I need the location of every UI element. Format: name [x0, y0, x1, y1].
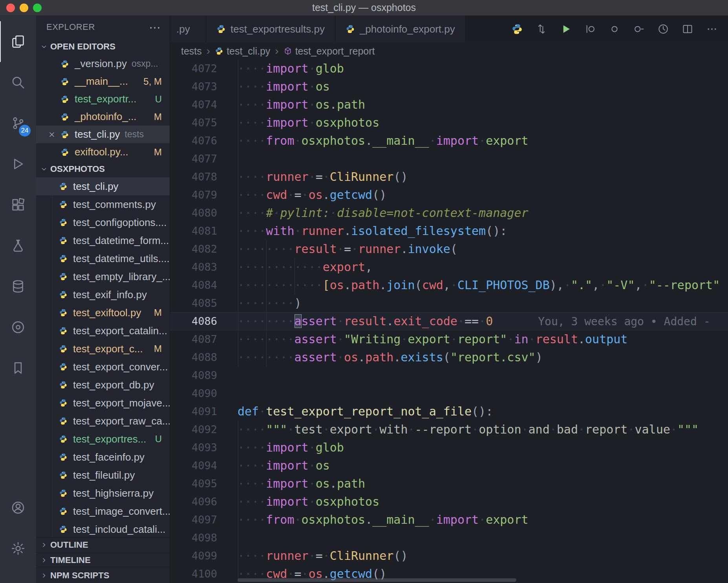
code-line-4085[interactable]: 4085········) — [170, 294, 728, 312]
line-number[interactable]: 4096 — [170, 493, 217, 511]
line-number[interactable]: 4100 — [170, 565, 217, 583]
tree-item-test_configoptions-[interactable]: test_configoptions.... — [36, 213, 170, 231]
line-number[interactable]: 4099 — [170, 547, 217, 565]
tab-partial[interactable]: .py — [170, 16, 206, 42]
tree-item-test_export_db-py[interactable]: test_export_db.py — [36, 376, 170, 394]
open-editor-item[interactable]: __main__...5, M — [36, 73, 170, 90]
code-line-4096[interactable]: 4096····import·osxphotos — [170, 493, 728, 511]
more-actions-icon[interactable]: ⋯ — [149, 20, 161, 34]
zoom-window-button[interactable] — [33, 4, 42, 12]
python-interpreter-button[interactable] — [505, 16, 529, 42]
open-editor-item[interactable]: _photoinfo_...M — [36, 108, 170, 126]
tree-item-test_image_convert-[interactable]: test_image_convert... — [36, 502, 170, 520]
open-editor-item[interactable]: test_exportr...U — [36, 90, 170, 108]
line-number[interactable]: 4078 — [170, 168, 217, 186]
tree-item-test_exiftool-py[interactable]: test_exiftool.pyM — [36, 304, 170, 322]
split-editor-button[interactable] — [675, 16, 700, 42]
open-changes-button[interactable] — [529, 16, 554, 42]
tree-item-test_empty_library_-[interactable]: test_empty_library_... — [36, 268, 170, 286]
code-line-4090[interactable]: 4090 — [170, 384, 728, 403]
timeline-button[interactable] — [651, 16, 675, 42]
code-line-4078[interactable]: 4078····runner·=·CliRunner() — [170, 168, 728, 186]
code-line-4073[interactable]: 4073····import·os — [170, 78, 728, 96]
line-number[interactable]: 4088 — [170, 348, 217, 366]
line-number[interactable]: 4072 — [170, 60, 217, 78]
activity-testing[interactable] — [0, 225, 36, 266]
debug-breakpoint-button[interactable] — [602, 16, 627, 42]
line-number[interactable]: 4097 — [170, 511, 217, 529]
code-line-4088[interactable]: 4088········assert·os.path.exists("repor… — [170, 348, 728, 366]
line-number[interactable]: 4087 — [170, 330, 217, 348]
section-osxphotos[interactable]: OSXPHOTOS — [36, 161, 170, 177]
open-editor-item[interactable]: test_cli.pytests — [36, 126, 170, 143]
code-line-4099[interactable]: 4099····runner·=·CliRunner() — [170, 547, 728, 565]
tab-_photoinfo_export-py[interactable]: _photoinfo_export.py — [335, 16, 466, 42]
code-line-4081[interactable]: 4081····with·runner.isolated_filesystem(… — [170, 222, 728, 240]
section-outline[interactable]: OUTLINE — [36, 537, 170, 552]
tree-item-test_export_conver-[interactable]: test_export_conver... — [36, 358, 170, 376]
activity-account[interactable] — [0, 487, 36, 528]
activity-search[interactable] — [0, 62, 36, 103]
code-line-4077[interactable]: 4077 — [170, 150, 728, 168]
activity-settings[interactable] — [0, 528, 36, 569]
tree-item-test_cli-py[interactable]: test_cli.py — [36, 177, 170, 195]
section-npm-scripts[interactable]: NPM SCRIPTS — [36, 568, 170, 583]
line-number[interactable]: 4094 — [170, 457, 217, 475]
open-editor-item[interactable]: _version.pyosxp... — [36, 55, 170, 73]
debug-step-back-button[interactable] — [578, 16, 602, 42]
open-editor-item[interactable]: exiftool.py...M — [36, 143, 170, 161]
line-number[interactable]: 4098 — [170, 529, 217, 547]
line-number[interactable]: 4095 — [170, 475, 217, 493]
code-editor[interactable]: 4072····import·glob4073····import·os4074… — [170, 60, 728, 583]
code-line-4082[interactable]: 4082········result·=·runner.invoke( — [170, 240, 728, 258]
tree-item-test_export_c-[interactable]: test_export_c...M — [36, 340, 170, 358]
tree-item-test_datetime_form-[interactable]: test_datetime_form... — [36, 231, 170, 250]
tree-item-test_exportres-[interactable]: test_exportres...U — [36, 430, 170, 448]
section-timeline[interactable]: TIMELINE — [36, 552, 170, 568]
code-line-4098[interactable]: 4098 — [170, 529, 728, 547]
line-number[interactable]: 4092 — [170, 421, 217, 439]
activity-bookmarks[interactable] — [0, 348, 36, 388]
activity-record[interactable] — [0, 307, 36, 348]
activity-run-debug[interactable] — [0, 144, 36, 184]
line-number[interactable]: 4084 — [170, 276, 217, 294]
tree-item-test_comments-py[interactable]: test_comments.py — [36, 195, 170, 213]
activity-source-control[interactable]: 24 — [0, 103, 36, 144]
line-number[interactable]: 4089 — [170, 366, 217, 384]
code-line-4095[interactable]: 4095····import·os.path — [170, 475, 728, 493]
code-line-4074[interactable]: 4074····import·os.path — [170, 96, 728, 114]
line-number[interactable]: 4074 — [170, 96, 217, 114]
more-actions-button[interactable] — [700, 16, 724, 42]
tree-item-test_export_catalin-[interactable]: test_export_catalin... — [36, 322, 170, 340]
tree-item-test_export_mojave-[interactable]: test_export_mojave... — [36, 394, 170, 412]
line-number[interactable]: 4081 — [170, 222, 217, 240]
tree-item-test_export_raw_ca-[interactable]: test_export_raw_ca... — [36, 412, 170, 430]
line-number[interactable]: 4073 — [170, 78, 217, 96]
code-line-4092[interactable]: 4092····"""·test·export·with·--report·op… — [170, 421, 728, 439]
close-window-button[interactable] — [6, 4, 15, 12]
tab-test_exportresults-py[interactable]: test_exportresults.py — [206, 16, 335, 42]
line-number[interactable]: 4077 — [170, 150, 217, 168]
code-line-4097[interactable]: 4097····from·osxphotos.__main__·import·e… — [170, 511, 728, 529]
tree-item-test_fileutil-py[interactable]: test_fileutil.py — [36, 466, 170, 484]
line-number[interactable]: 4085 — [170, 294, 217, 312]
activity-database[interactable] — [0, 266, 36, 307]
code-line-4089[interactable]: 4089 — [170, 366, 728, 384]
close-icon[interactable] — [48, 130, 56, 139]
code-line-4072[interactable]: 4072····import·glob — [170, 60, 728, 78]
code-line-4083[interactable]: 4083············export, — [170, 258, 728, 276]
tree-item-test_faceinfo-py[interactable]: test_faceinfo.py — [36, 448, 170, 466]
section-open-editors[interactable]: OPEN EDITORS — [36, 38, 170, 55]
line-number[interactable]: 4076 — [170, 132, 217, 150]
tree-item-test_highsierra-py[interactable]: test_highsierra.py — [36, 484, 170, 502]
line-number[interactable]: 4086 — [170, 312, 217, 330]
code-line-4094[interactable]: 4094····import·os — [170, 457, 728, 475]
horizontal-scrollbar[interactable] — [238, 578, 516, 582]
tree-item-test_exif_info-py[interactable]: test_exif_info.py — [36, 286, 170, 304]
code-line-4087[interactable]: 4087········assert·"Writing·export·repor… — [170, 330, 728, 348]
line-number[interactable]: 4079 — [170, 186, 217, 204]
line-number[interactable]: 4082 — [170, 240, 217, 258]
line-number[interactable]: 4083 — [170, 258, 217, 276]
debug-step-forward-button[interactable] — [627, 16, 651, 42]
run-python-file-button[interactable] — [554, 16, 578, 42]
